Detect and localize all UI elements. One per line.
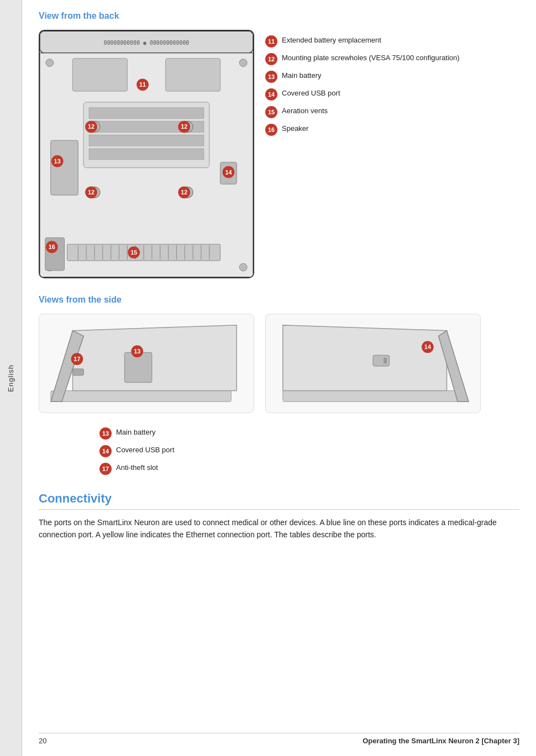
label-text-16: Speaker bbox=[282, 124, 308, 134]
sidebar-language-label: English bbox=[7, 364, 15, 392]
page-number: 20 bbox=[39, 737, 46, 745]
svg-point-3 bbox=[46, 59, 54, 67]
svg-rect-13 bbox=[89, 149, 204, 160]
svg-rect-10 bbox=[89, 108, 204, 119]
page-footer: 20 Operating the SmartLinx Neuron 2 [Cha… bbox=[39, 733, 519, 745]
svg-text:17: 17 bbox=[73, 356, 80, 362]
badge-14: 14 bbox=[265, 88, 277, 101]
badge-15: 15 bbox=[265, 106, 277, 118]
connectivity-heading: Connectivity bbox=[39, 491, 519, 510]
badge-11: 11 bbox=[265, 35, 277, 47]
label-text-12: Mounting plate screwholes (VESA 75/100 c… bbox=[282, 53, 460, 63]
svg-rect-12 bbox=[89, 135, 204, 146]
side-label-text-14: Covered USB port bbox=[116, 445, 175, 455]
view-back-layout: 00008000000 ◉ 000000000000 bbox=[39, 30, 519, 278]
side-label-list: 13 Main battery 14 Covered USB port 17 A… bbox=[39, 422, 519, 475]
svg-rect-69 bbox=[373, 355, 390, 366]
label-text-15: Aeration vents bbox=[282, 106, 328, 116]
main-content: View from the back 00008000000 ◉ 0000000… bbox=[22, 0, 536, 756]
device-side-right-image: 14 bbox=[265, 314, 481, 413]
svg-point-6 bbox=[239, 263, 247, 271]
label-item-11: 11 Extended battery emplacement bbox=[265, 35, 519, 47]
side-label-text-13: Main battery bbox=[116, 427, 156, 437]
sidebar: English bbox=[0, 0, 22, 756]
label-item-15: 15 Aeration vents bbox=[265, 106, 519, 118]
svg-text:16: 16 bbox=[49, 244, 55, 250]
side-label-item-13: 13 Main battery bbox=[99, 427, 519, 440]
svg-rect-8 bbox=[166, 59, 220, 91]
svg-rect-14 bbox=[51, 140, 78, 195]
label-text-14: Covered USB port bbox=[282, 88, 340, 98]
svg-rect-57 bbox=[51, 390, 231, 401]
badge-16: 16 bbox=[265, 124, 277, 136]
section-view-side: Views from the side bbox=[39, 295, 519, 475]
badge-12: 12 bbox=[265, 53, 277, 65]
side-badge-17: 17 bbox=[99, 463, 112, 475]
side-badge-13: 13 bbox=[99, 427, 112, 440]
svg-text:14: 14 bbox=[424, 343, 431, 350]
svg-text:12: 12 bbox=[88, 123, 94, 130]
label-item-13: 13 Main battery bbox=[265, 71, 519, 83]
device-side-left-svg: 17 13 bbox=[39, 314, 254, 413]
svg-text:12: 12 bbox=[88, 189, 94, 195]
connectivity-section: Connectivity The ports on the SmartLinx … bbox=[39, 491, 519, 541]
label-item-14: 14 Covered USB port bbox=[265, 88, 519, 101]
svg-text:12: 12 bbox=[181, 189, 187, 195]
side-label-text-17: Anti-theft slot bbox=[116, 463, 158, 473]
side-label-item-17: 17 Anti-theft slot bbox=[99, 463, 519, 475]
svg-rect-7 bbox=[72, 59, 127, 91]
svg-text:00008000000 ◉ 000000000000: 00008000000 ◉ 000000000000 bbox=[104, 40, 190, 46]
device-back-image: 00008000000 ◉ 000000000000 bbox=[39, 30, 254, 278]
svg-text:11: 11 bbox=[139, 81, 146, 88]
device-back-svg: 00008000000 ◉ 000000000000 bbox=[39, 30, 254, 278]
svg-rect-66 bbox=[283, 390, 463, 401]
back-label-list: 11 Extended battery emplacement 12 Mount… bbox=[265, 30, 519, 141]
svg-point-4 bbox=[239, 59, 247, 67]
svg-marker-67 bbox=[283, 325, 447, 391]
label-item-16: 16 Speaker bbox=[265, 124, 519, 136]
svg-rect-61 bbox=[73, 369, 84, 376]
device-side-right-svg: 14 bbox=[265, 314, 481, 413]
svg-text:12: 12 bbox=[181, 123, 187, 130]
label-text-13: Main battery bbox=[282, 71, 322, 81]
svg-marker-58 bbox=[73, 325, 237, 391]
connectivity-body: The ports on the SmartLinx Neuron are us… bbox=[39, 516, 519, 541]
section-heading-back: View from the back bbox=[39, 11, 519, 21]
side-badge-14: 14 bbox=[99, 445, 112, 457]
page-container: English View from the back 00008000000 ◉… bbox=[0, 0, 536, 756]
svg-text:15: 15 bbox=[130, 249, 137, 256]
footer-text: Operating the SmartLinx Neuron 2 [Chapte… bbox=[362, 737, 519, 745]
svg-text:13: 13 bbox=[134, 348, 140, 355]
side-label-item-14: 14 Covered USB port bbox=[99, 445, 519, 457]
section-view-back: View from the back 00008000000 ◉ 0000000… bbox=[39, 11, 519, 278]
side-images-row: 17 13 bbox=[39, 314, 519, 413]
label-item-12: 12 Mounting plate screwholes (VESA 75/10… bbox=[265, 53, 519, 65]
device-side-left-image: 17 13 bbox=[39, 314, 254, 413]
svg-text:14: 14 bbox=[225, 169, 232, 176]
label-text-11: Extended battery emplacement bbox=[282, 35, 381, 45]
badge-13: 13 bbox=[265, 71, 277, 83]
svg-rect-70 bbox=[384, 358, 387, 363]
section-heading-side: Views from the side bbox=[39, 295, 519, 305]
svg-text:13: 13 bbox=[54, 158, 61, 165]
